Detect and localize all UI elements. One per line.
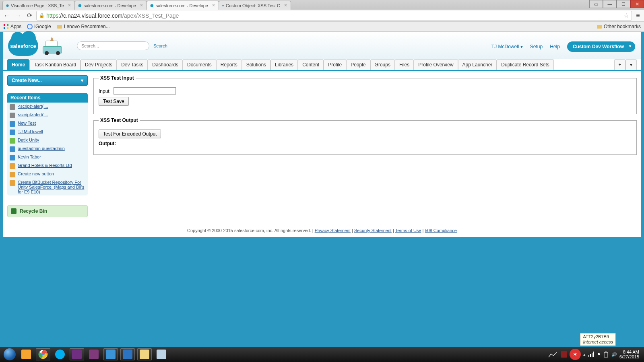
tray-status-icon[interactable]: ✶ (570, 349, 581, 360)
recycle-bin-link[interactable]: Recycle Bin (7, 205, 88, 217)
user-menu[interactable]: TJ McDowell ▾ (491, 44, 523, 49)
recent-item-link[interactable]: guestadmin guestadmin (18, 146, 65, 151)
nav-tab[interactable]: App Launcher (458, 59, 497, 70)
chrome-menu-icon[interactable]: ≡ (634, 12, 642, 19)
recent-item-link[interactable]: TJ McDowell (18, 129, 43, 134)
nav-tab[interactable]: Groups (370, 59, 395, 70)
recent-item-link[interactable]: New Test (18, 121, 36, 125)
tray-expand-icon[interactable]: ▴ (583, 352, 586, 357)
url-input[interactable]: 🔒 https://c.na24.visual.force.com/apex/X… (36, 11, 632, 21)
add-tab-button[interactable]: + (614, 59, 625, 70)
test-encoded-button[interactable]: Test For Encoded Output (99, 130, 161, 138)
tray-wifi-icon[interactable] (588, 352, 594, 357)
recent-item[interactable]: New Test (7, 119, 88, 128)
create-new-button[interactable]: Create New...▾ (7, 75, 88, 86)
bookmark-star-icon[interactable]: ☆ (623, 12, 629, 19)
nav-tab[interactable]: People (346, 59, 370, 70)
browser-tabstrip: Visualforce Page : XSS_Te × salesforce.c… (0, 0, 644, 10)
salesforce-logo[interactable]: salesforce (8, 36, 38, 56)
tray-network-graph-icon[interactable] (548, 351, 558, 358)
help-link[interactable]: Help (550, 44, 560, 49)
taskbar-lync-icon[interactable] (103, 348, 119, 361)
recent-item-link[interactable]: Create BitBucket Repository For Unity Sa… (18, 180, 85, 194)
nav-tab[interactable]: Profile (324, 59, 346, 70)
reload-button[interactable]: ⟳ (25, 11, 34, 20)
close-icon[interactable]: × (140, 3, 144, 7)
bookmark-igoogle[interactable]: iGoogle (27, 24, 51, 29)
nav-tab[interactable]: Solutions (242, 59, 270, 70)
test-save-button[interactable]: Test Save (99, 97, 129, 106)
legend-output: XSS Test Output (99, 117, 140, 123)
window-maximize-button[interactable]: ☐ (617, 0, 630, 8)
recent-item[interactable]: Kevin Tabor (7, 153, 88, 162)
nav-tab[interactable]: Profile Overview (414, 59, 458, 70)
tray-battery-icon[interactable] (603, 351, 609, 358)
tray-volume-icon[interactable]: 🔊 (611, 352, 617, 357)
recent-item-link[interactable]: Create new button (18, 171, 54, 176)
recent-item[interactable]: Grand Hotels & Resorts Ltd (7, 162, 88, 170)
tab-overflow-button[interactable]: ▾ (625, 59, 637, 70)
browser-tab-active[interactable]: salesforce.com - Develope × (147, 1, 219, 10)
window-minimize-button[interactable]: — (603, 0, 617, 8)
nav-tab[interactable]: Duplicate Record Sets (497, 59, 553, 70)
recent-item-link[interactable]: Grand Hotels & Resorts Ltd (18, 163, 72, 168)
nav-tab[interactable]: Reports (216, 59, 242, 70)
svg-rect-7 (7, 27, 8, 29)
recent-item-link[interactable]: <script>alert('... (18, 104, 48, 109)
search-button[interactable]: Search (153, 43, 167, 48)
svg-point-12 (41, 352, 45, 356)
footer-link[interactable]: Security Statement (354, 228, 392, 233)
recent-item[interactable]: Datix Unity (7, 136, 88, 145)
tray-flag-icon[interactable]: ⚑ (597, 352, 601, 357)
nav-tab[interactable]: Content (298, 59, 324, 70)
taskbar-notepad-icon[interactable] (153, 348, 169, 361)
browser-tab[interactable]: salesforce.com - Develope × (74, 1, 147, 10)
recent-item-link[interactable]: <script>alert('... (18, 112, 48, 117)
input-field[interactable] (114, 87, 176, 95)
back-button[interactable]: ← (2, 11, 11, 20)
taskbar-mediaplayer-icon[interactable] (18, 348, 34, 361)
recent-item[interactable]: Create new button (7, 170, 88, 179)
recent-item[interactable]: <script>alert('... (7, 111, 88, 119)
nav-tab[interactable]: Dashboards (148, 59, 183, 70)
tray-app-icon[interactable] (561, 351, 567, 358)
recent-item[interactable]: <script>alert('... (7, 103, 88, 111)
recent-item[interactable]: Create BitBucket Repository For Unity Sa… (7, 179, 88, 195)
taskbar-outlook-icon[interactable] (120, 348, 136, 361)
window-compat-icon[interactable]: ▭ (589, 0, 603, 8)
taskbar-onenote-icon[interactable] (86, 348, 102, 361)
app-switcher-button[interactable]: Custom Dev Workflow (567, 41, 635, 52)
close-icon[interactable]: × (284, 3, 288, 7)
close-icon[interactable]: × (68, 3, 72, 7)
nav-tab[interactable]: Dev Projects (80, 59, 117, 70)
taskbar-skype-icon[interactable] (52, 348, 68, 361)
footer-link[interactable]: Privacy Statement (315, 228, 351, 233)
nav-tab[interactable]: Files (395, 59, 414, 70)
apps-bookmark[interactable]: Apps (3, 24, 21, 29)
nav-tab[interactable]: Dev Tasks (117, 59, 148, 70)
recent-item-link[interactable]: Datix Unity (18, 138, 39, 142)
other-bookmarks[interactable]: Other bookmarks (597, 24, 641, 29)
taskbar-explorer-icon[interactable] (136, 348, 153, 361)
setup-link[interactable]: Setup (530, 44, 543, 49)
taskbar-chrome-icon[interactable] (35, 348, 51, 361)
recent-item[interactable]: TJ McDowell (7, 128, 88, 136)
nav-tab[interactable]: Documents (183, 59, 216, 70)
browser-tab[interactable]: Custom Object: XSS Test C × (219, 1, 291, 10)
nav-tab[interactable]: Libraries (270, 59, 298, 70)
bookmark-lenovo[interactable]: Lenovo Recommen... (57, 24, 110, 29)
tray-clock[interactable]: 8:44 AM6/27/2015 (619, 350, 642, 359)
footer-link[interactable]: 508 Compliance (425, 228, 457, 233)
footer-link[interactable]: Terms of Use (395, 228, 421, 233)
nav-tab-home[interactable]: Home (7, 59, 29, 70)
start-button[interactable] (2, 348, 18, 361)
forward-button[interactable]: → (14, 11, 23, 20)
global-search-input[interactable] (77, 41, 149, 50)
recent-item[interactable]: guestadmin guestadmin (7, 145, 88, 153)
recent-item-link[interactable]: Kevin Tabor (18, 154, 41, 159)
window-close-button[interactable]: ✕ (630, 0, 644, 8)
taskbar-visualstudio-icon[interactable] (69, 348, 85, 361)
nav-tab[interactable]: Task Kanban Board (29, 59, 80, 70)
close-icon[interactable]: × (212, 3, 216, 7)
browser-tab[interactable]: Visualforce Page : XSS_Te × (2, 1, 75, 10)
